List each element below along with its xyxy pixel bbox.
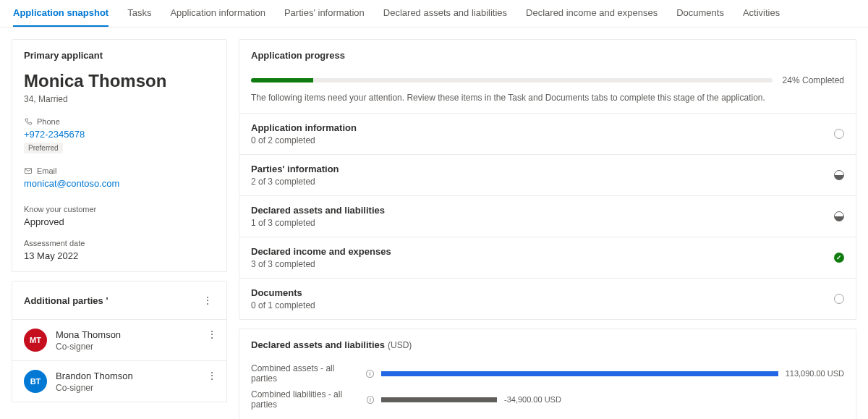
tab-bar: Application snapshotTasksApplication inf… [0,0,868,27]
tab-application-snapshot[interactable]: Application snapshot [13,0,109,27]
assets-currency: (USD) [388,340,412,350]
assessment-date-label: Assessment date [24,239,215,247]
kyc-value: Approved [24,216,215,227]
asset-bar-label: Combined liabilities - all parties i [251,389,374,410]
asset-bar-value: -34,900.00 USD [504,395,561,404]
progress-item-sub: 2 of 3 completed [251,177,339,187]
status-empty-icon [834,129,844,139]
primary-applicant-card: Primary applicant Monica Thomson 34, Mar… [12,39,227,272]
progress-item-title: Application information [251,122,357,133]
phone-preferred-badge: Preferred [24,143,63,153]
progress-item-sub: 3 of 3 completed [251,259,391,269]
tab-parties-information[interactable]: Parties' information [284,0,365,27]
progress-item-title: Declared assets and liabilities [251,205,385,216]
tab-tasks[interactable]: Tasks [127,0,151,27]
status-partial-icon [834,211,844,221]
asset-bar-row: Combined assets - all parties i113,090.0… [239,360,856,386]
progress-item[interactable]: Declared assets and liabilities1 of 3 co… [239,195,856,237]
progress-item-sub: 1 of 3 completed [251,218,385,228]
party-role: Co-signer [56,342,121,352]
svg-rect-0 [25,169,32,174]
progress-item-title: Parties' information [251,164,339,174]
declared-assets-card: Declared assets and liabilities (USD) Co… [239,329,856,419]
status-partial-icon [834,170,844,180]
tab-declared-income-and-expenses[interactable]: Declared income and expenses [526,0,658,27]
primary-applicant-title: Primary applicant [24,50,215,61]
progress-item[interactable]: Documents0 of 1 completed [239,278,856,319]
party-role: Co-signer [56,383,133,393]
progress-item-title: Declared income and expenses [251,246,391,257]
additional-parties-menu[interactable]: ⋮ [200,292,215,309]
mail-icon [24,166,33,175]
party-name: Mona Thomson [56,329,121,340]
progress-percent-label: 24% Completed [783,75,844,85]
asset-bar-track [381,371,778,376]
party-name: Brandon Thomson [56,371,133,381]
avatar: MT [24,329,47,352]
phone-label: Phone [24,117,215,126]
left-column: Primary applicant Monica Thomson 34, Mar… [12,39,227,402]
progress-item-sub: 0 of 2 completed [251,135,357,145]
progress-item-title: Documents [251,287,315,298]
tab-declared-assets-and-liabilities[interactable]: Declared assets and liabilities [383,0,507,27]
tab-activities[interactable]: Activities [743,0,780,27]
main-layout: Primary applicant Monica Thomson 34, Mar… [0,27,868,419]
phone-icon [24,117,33,126]
right-column: Application progress 24% Completed The f… [239,39,856,419]
additional-parties-title: Additional parties ' [24,295,109,306]
asset-bar-value: 113,090.00 USD [786,369,844,378]
status-empty-icon [834,294,844,304]
tab-documents[interactable]: Documents [676,0,724,27]
progress-hint: The following items need your attention.… [251,93,844,103]
avatar: BT [24,370,47,393]
asset-bar-track [381,397,497,402]
applicant-name: Monica Thomson [24,71,215,91]
progress-item[interactable]: Application information0 of 2 completed [239,113,856,154]
email-value[interactable]: monicat@contoso.com [24,178,119,189]
party-row[interactable]: BTBrandon ThomsonCo-signer⋮ [12,360,226,402]
application-progress-title: Application progress [251,50,844,61]
asset-bar-label: Combined assets - all parties i [251,363,374,384]
progress-bar-fill [251,78,313,82]
party-row[interactable]: MTMona ThomsonCo-signer⋮ [12,319,226,360]
assessment-date-value: 13 May 2022 [24,250,215,261]
asset-bar-row: Combined liabilities - all parties i-34,… [239,386,856,412]
party-row-menu[interactable]: ⋮ [204,326,219,343]
email-label: Email [24,166,215,175]
party-row-menu[interactable]: ⋮ [204,367,219,384]
progress-item[interactable]: Declared income and expenses3 of 3 compl… [239,237,856,278]
info-icon[interactable]: i [366,370,374,378]
progress-item-sub: 0 of 1 completed [251,300,315,310]
tab-application-information[interactable]: Application information [170,0,265,27]
applicant-summary: 34, Married [24,94,215,104]
assets-title: Declared assets and liabilities [251,339,385,350]
progress-bar [251,78,773,82]
application-progress-card: Application progress 24% Completed The f… [239,39,856,320]
info-icon[interactable]: i [367,396,374,404]
additional-parties-card: Additional parties ' ⋮ MTMona ThomsonCo-… [12,281,227,402]
phone-value[interactable]: +972-2345678 [24,129,85,140]
progress-item[interactable]: Parties' information2 of 3 completed [239,154,856,195]
status-complete-icon [834,253,844,263]
kyc-label: Know your customer [24,205,215,213]
